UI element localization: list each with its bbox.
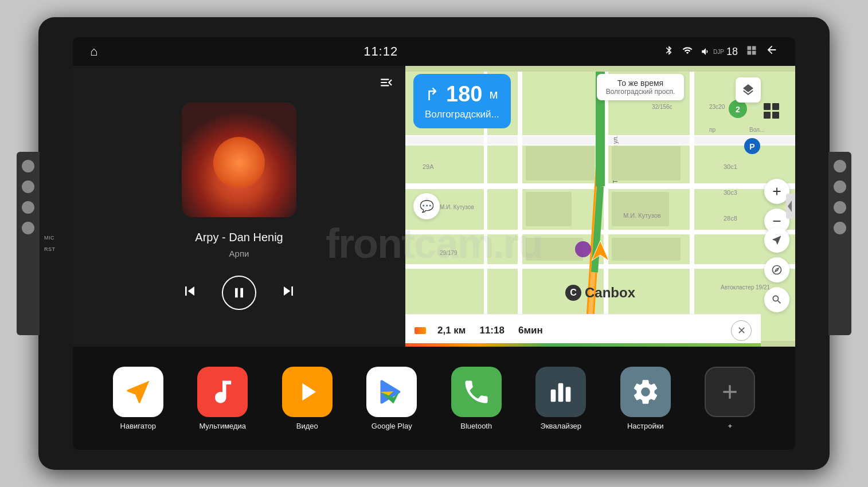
next-button[interactable] (279, 282, 298, 304)
back-icon[interactable] (765, 44, 778, 60)
svg-rect-14 (612, 192, 669, 226)
status-bar: ⌂ 11:12 DJP 18 (73, 37, 795, 66)
bracket-hole (22, 180, 34, 193)
route-eta: 11:18 (479, 325, 504, 336)
svg-rect-12 (526, 192, 572, 226)
play-pause-button[interactable] (222, 276, 256, 310)
route-stats: 2,1 км 11:18 6мин (437, 325, 722, 336)
map-layers-button[interactable] (736, 77, 761, 103)
dock-item-navigator[interactable]: Навигатор (113, 367, 163, 430)
compass-btn[interactable] (764, 257, 789, 282)
album-art (182, 103, 296, 217)
video-icon (282, 367, 333, 417)
canbox-logo: C (565, 285, 581, 301)
svg-point-23 (575, 241, 591, 257)
track-title: Arpy - Dan Henig (195, 231, 283, 244)
bluetooth-status-icon (664, 45, 674, 58)
nav-street: Волгоградский... (425, 109, 499, 120)
svg-text:32/156с: 32/156с (652, 104, 672, 110)
dock-item-multimedia[interactable]: Мультимедиа (197, 367, 248, 430)
equalizer-label: Эквалайзер (541, 422, 581, 430)
bracket-hole (834, 201, 846, 214)
svg-rect-41 (566, 387, 571, 402)
googleplay-label: Google Play (372, 422, 412, 430)
canbox-text: Canbox (585, 285, 635, 301)
arrival-indicator (415, 327, 428, 334)
home-icon[interactable]: ⌂ (90, 44, 97, 59)
bluetooth-icon (451, 367, 502, 417)
track-artist: Арпи (229, 249, 249, 258)
dock-item-video[interactable]: Видео (282, 367, 333, 430)
wifi-status-icon (682, 45, 693, 58)
left-bracket (17, 152, 40, 335)
street-label-card: То же время Волгоградский просп. (597, 74, 685, 100)
mic-label: MIC (44, 235, 54, 241)
bracket-hole (834, 160, 846, 172)
svg-rect-40 (558, 383, 564, 402)
bracket-hole (834, 222, 846, 234)
route-minutes: 6мин (518, 325, 543, 336)
nav-distance: 180 (446, 82, 482, 107)
svg-text:30с3: 30с3 (724, 189, 737, 196)
dock-item-googleplay[interactable]: Google Play (366, 367, 417, 430)
playlist-icon[interactable] (379, 75, 394, 93)
volume-level: 18 (726, 46, 738, 58)
bracket-hole (22, 222, 34, 234)
bottom-dock: Навигатор Мультимедиа Видео (73, 347, 795, 450)
side-controls: MIC RST (44, 235, 56, 252)
main-content: Arpy - Dan Henig Арпи (73, 66, 795, 347)
route-close-button[interactable]: ✕ (731, 320, 752, 341)
status-icons: DJP 18 (664, 44, 778, 60)
djp-label: DJP (713, 49, 724, 55)
map-chat-button[interactable]: 💬 (413, 193, 440, 219)
route-btn[interactable] (764, 227, 789, 253)
nav-unit: м (489, 87, 498, 102)
add-icon (705, 367, 755, 417)
svg-rect-30 (764, 112, 771, 119)
map-sidebar-toggle[interactable] (786, 194, 795, 219)
navigator-icon (113, 367, 163, 417)
svg-rect-13 (612, 146, 681, 180)
album-sun (213, 137, 265, 188)
label-primary: То же время (606, 78, 675, 88)
svg-text:30с1: 30с1 (724, 163, 737, 170)
svg-rect-39 (551, 389, 556, 402)
map-bottom-nav-buttons (764, 227, 789, 312)
bracket-hole (22, 201, 34, 214)
windows-icon[interactable] (746, 45, 757, 58)
svg-rect-16 (612, 238, 681, 261)
svg-text:Вол...: Вол... (749, 127, 764, 133)
svg-text:пр: пр (709, 127, 715, 133)
dock-item-add[interactable]: + (705, 367, 755, 430)
svg-rect-11 (526, 146, 595, 180)
rst-label: RST (44, 246, 56, 252)
equalizer-icon (535, 367, 586, 417)
right-bracket (828, 152, 851, 335)
multimedia-label: Мультимедиа (199, 422, 246, 430)
volume-indicator: DJP 18 (701, 46, 738, 58)
svg-text:28с8: 28с8 (724, 215, 737, 222)
dock-item-settings[interactable]: Настройки (620, 367, 671, 430)
label-secondary: Волгоградский просп. (606, 88, 675, 96)
nav-arrow-icon: ↱ (425, 84, 439, 104)
googleplay-icon (366, 367, 417, 417)
svg-text:29А: 29А (423, 163, 434, 170)
canbox-label: C Canbox (565, 285, 635, 301)
multimedia-icon (197, 367, 248, 417)
video-label: Видео (296, 422, 318, 430)
svg-text:М.И. Кутузов: М.И. Кутузов (623, 212, 661, 219)
navigator-label: Навигатор (120, 422, 156, 430)
svg-text:Автокластер 19/21: Автокластер 19/21 (721, 284, 771, 290)
prev-button[interactable] (181, 282, 199, 304)
canbox-c-icon: C (565, 285, 581, 301)
dock-item-bluetooth[interactable]: Bluetooth (451, 367, 502, 430)
dock-item-equalizer[interactable]: Эквалайзер (535, 367, 586, 430)
bluetooth-label: Bluetooth (460, 422, 492, 430)
search-btn[interactable] (764, 287, 789, 312)
route-info-bar: 2,1 км 11:18 6мин ✕ (405, 314, 761, 347)
svg-text:М.И. Кутузов: М.И. Кутузов (440, 204, 474, 210)
status-time: 11:12 (363, 44, 398, 59)
bracket-hole (22, 160, 34, 172)
music-panel: Arpy - Dan Henig Арпи (73, 66, 405, 347)
svg-rect-15 (526, 238, 583, 261)
